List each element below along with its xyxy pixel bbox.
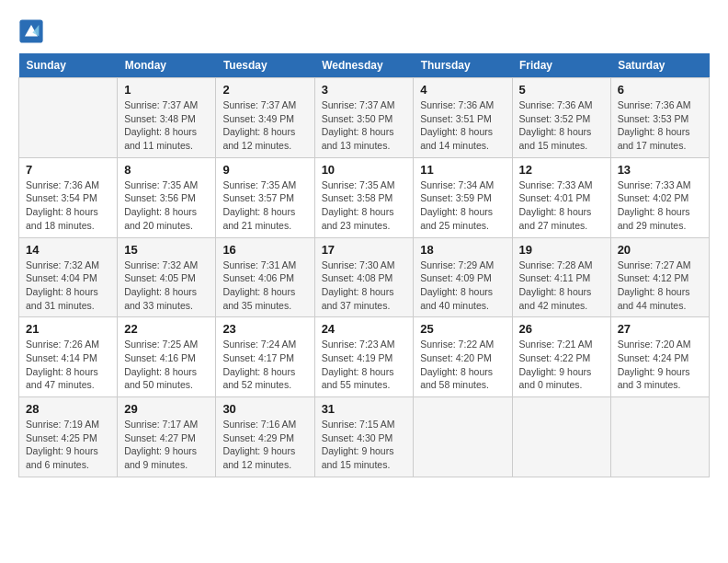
- calendar-cell: 13Sunrise: 7:33 AMSunset: 4:02 PMDayligh…: [610, 157, 709, 237]
- day-info: Sunrise: 7:22 AMSunset: 4:20 PMDaylight:…: [420, 338, 505, 392]
- page-header: [18, 18, 710, 44]
- day-info: Sunrise: 7:31 AMSunset: 4:06 PMDaylight:…: [222, 259, 307, 313]
- calendar-cell: 27Sunrise: 7:20 AMSunset: 4:24 PMDayligh…: [610, 317, 709, 397]
- calendar-cell: 12Sunrise: 7:33 AMSunset: 4:01 PMDayligh…: [512, 157, 610, 237]
- day-number: 16: [222, 243, 307, 257]
- weekday-header-cell: Friday: [512, 53, 610, 78]
- day-info: Sunrise: 7:34 AMSunset: 3:59 PMDaylight:…: [420, 178, 505, 233]
- calendar-cell: 17Sunrise: 7:30 AMSunset: 4:08 PMDayligh…: [314, 237, 414, 317]
- calendar-cell: 6Sunrise: 7:36 AMSunset: 3:53 PMDaylight…: [610, 78, 709, 158]
- calendar-cell: 1Sunrise: 7:37 AMSunset: 3:48 PMDaylight…: [118, 78, 216, 158]
- day-info: Sunrise: 7:37 AMSunset: 3:49 PMDaylight:…: [222, 98, 307, 153]
- day-number: 3: [322, 83, 407, 97]
- calendar-cell: 3Sunrise: 7:37 AMSunset: 3:50 PMDaylight…: [314, 78, 414, 158]
- weekday-header-cell: Monday: [118, 53, 216, 78]
- calendar-body: 1Sunrise: 7:37 AMSunset: 3:48 PMDaylight…: [19, 78, 710, 477]
- day-number: 31: [322, 402, 407, 416]
- day-number: 5: [519, 83, 604, 97]
- day-number: 11: [420, 163, 505, 177]
- day-number: 14: [26, 243, 110, 257]
- day-info: Sunrise: 7:35 AMSunset: 3:57 PMDaylight:…: [222, 178, 307, 233]
- day-info: Sunrise: 7:26 AMSunset: 4:14 PMDaylight:…: [26, 338, 110, 392]
- day-info: Sunrise: 7:36 AMSunset: 3:51 PMDaylight:…: [420, 98, 505, 153]
- calendar-cell: 20Sunrise: 7:27 AMSunset: 4:12 PMDayligh…: [610, 237, 709, 317]
- day-info: Sunrise: 7:16 AMSunset: 4:29 PMDaylight:…: [222, 418, 307, 472]
- day-info: Sunrise: 7:19 AMSunset: 4:25 PMDaylight:…: [26, 418, 110, 472]
- day-info: Sunrise: 7:24 AMSunset: 4:17 PMDaylight:…: [222, 338, 307, 392]
- day-info: Sunrise: 7:35 AMSunset: 3:56 PMDaylight:…: [124, 178, 209, 233]
- day-number: 15: [124, 243, 209, 257]
- calendar-cell: 18Sunrise: 7:29 AMSunset: 4:09 PMDayligh…: [414, 237, 512, 317]
- day-number: 7: [26, 163, 110, 177]
- day-number: 26: [519, 322, 604, 336]
- calendar-cell: 5Sunrise: 7:36 AMSunset: 3:52 PMDaylight…: [512, 78, 610, 158]
- calendar-cell: 19Sunrise: 7:28 AMSunset: 4:11 PMDayligh…: [512, 237, 610, 317]
- weekday-header-cell: Tuesday: [216, 53, 314, 78]
- day-number: 4: [420, 83, 505, 97]
- day-info: Sunrise: 7:33 AMSunset: 4:02 PMDaylight:…: [618, 178, 702, 233]
- day-number: 12: [519, 163, 604, 177]
- day-info: Sunrise: 7:17 AMSunset: 4:27 PMDaylight:…: [124, 418, 209, 472]
- calendar-cell: 24Sunrise: 7:23 AMSunset: 4:19 PMDayligh…: [314, 317, 414, 397]
- day-number: 10: [322, 163, 407, 177]
- day-info: Sunrise: 7:27 AMSunset: 4:12 PMDaylight:…: [618, 259, 702, 313]
- calendar-cell: 11Sunrise: 7:34 AMSunset: 3:59 PMDayligh…: [414, 157, 512, 237]
- day-info: Sunrise: 7:28 AMSunset: 4:11 PMDaylight:…: [519, 259, 604, 313]
- day-info: Sunrise: 7:36 AMSunset: 3:53 PMDaylight:…: [618, 98, 702, 153]
- calendar-cell: 31Sunrise: 7:15 AMSunset: 4:30 PMDayligh…: [314, 397, 414, 477]
- day-number: 1: [124, 83, 209, 97]
- calendar-cell: 28Sunrise: 7:19 AMSunset: 4:25 PMDayligh…: [19, 397, 118, 477]
- day-number: 23: [222, 322, 307, 336]
- calendar-cell: [512, 397, 610, 477]
- calendar-cell: 8Sunrise: 7:35 AMSunset: 3:56 PMDaylight…: [118, 157, 216, 237]
- day-info: Sunrise: 7:29 AMSunset: 4:09 PMDaylight:…: [420, 259, 505, 313]
- day-info: Sunrise: 7:25 AMSunset: 4:16 PMDaylight:…: [124, 338, 209, 392]
- calendar-cell: 26Sunrise: 7:21 AMSunset: 4:22 PMDayligh…: [512, 317, 610, 397]
- calendar-week-row: 14Sunrise: 7:32 AMSunset: 4:04 PMDayligh…: [19, 237, 710, 317]
- day-number: 30: [222, 402, 307, 416]
- logo-icon: [18, 18, 44, 44]
- day-number: 24: [322, 322, 407, 336]
- day-number: 8: [124, 163, 209, 177]
- day-number: 2: [222, 83, 307, 97]
- calendar-cell: 21Sunrise: 7:26 AMSunset: 4:14 PMDayligh…: [19, 317, 118, 397]
- day-info: Sunrise: 7:36 AMSunset: 3:54 PMDaylight:…: [26, 178, 110, 233]
- calendar-cell: 4Sunrise: 7:36 AMSunset: 3:51 PMDaylight…: [414, 78, 512, 158]
- day-number: 17: [322, 243, 407, 257]
- day-number: 21: [26, 322, 110, 336]
- day-number: 25: [420, 322, 505, 336]
- calendar-cell: 2Sunrise: 7:37 AMSunset: 3:49 PMDaylight…: [216, 78, 314, 158]
- calendar-cell: 16Sunrise: 7:31 AMSunset: 4:06 PMDayligh…: [216, 237, 314, 317]
- calendar-week-row: 21Sunrise: 7:26 AMSunset: 4:14 PMDayligh…: [19, 317, 710, 397]
- logo: [18, 18, 48, 44]
- calendar-cell: 30Sunrise: 7:16 AMSunset: 4:29 PMDayligh…: [216, 397, 314, 477]
- day-number: 13: [618, 163, 702, 177]
- calendar-cell: 14Sunrise: 7:32 AMSunset: 4:04 PMDayligh…: [19, 237, 118, 317]
- day-info: Sunrise: 7:30 AMSunset: 4:08 PMDaylight:…: [322, 259, 407, 313]
- day-info: Sunrise: 7:35 AMSunset: 3:58 PMDaylight:…: [322, 178, 407, 233]
- calendar-table: SundayMondayTuesdayWednesdayThursdayFrid…: [18, 53, 710, 477]
- weekday-header-row: SundayMondayTuesdayWednesdayThursdayFrid…: [19, 53, 710, 78]
- day-info: Sunrise: 7:36 AMSunset: 3:52 PMDaylight:…: [519, 98, 604, 153]
- calendar-cell: 9Sunrise: 7:35 AMSunset: 3:57 PMDaylight…: [216, 157, 314, 237]
- calendar-cell: 29Sunrise: 7:17 AMSunset: 4:27 PMDayligh…: [118, 397, 216, 477]
- day-number: 20: [618, 243, 702, 257]
- day-info: Sunrise: 7:37 AMSunset: 3:50 PMDaylight:…: [322, 98, 407, 153]
- calendar-cell: 15Sunrise: 7:32 AMSunset: 4:05 PMDayligh…: [118, 237, 216, 317]
- calendar-cell: [610, 397, 709, 477]
- calendar-cell: 23Sunrise: 7:24 AMSunset: 4:17 PMDayligh…: [216, 317, 314, 397]
- day-info: Sunrise: 7:33 AMSunset: 4:01 PMDaylight:…: [519, 178, 604, 233]
- day-number: 29: [124, 402, 209, 416]
- day-info: Sunrise: 7:32 AMSunset: 4:05 PMDaylight:…: [124, 259, 209, 313]
- day-info: Sunrise: 7:20 AMSunset: 4:24 PMDaylight:…: [618, 338, 702, 392]
- weekday-header-cell: Thursday: [414, 53, 512, 78]
- day-number: 22: [124, 322, 209, 336]
- day-number: 18: [420, 243, 505, 257]
- day-number: 27: [618, 322, 702, 336]
- calendar-cell: 10Sunrise: 7:35 AMSunset: 3:58 PMDayligh…: [314, 157, 414, 237]
- day-number: 9: [222, 163, 307, 177]
- calendar-cell: 7Sunrise: 7:36 AMSunset: 3:54 PMDaylight…: [19, 157, 118, 237]
- calendar-week-row: 7Sunrise: 7:36 AMSunset: 3:54 PMDaylight…: [19, 157, 710, 237]
- day-number: 19: [519, 243, 604, 257]
- day-info: Sunrise: 7:15 AMSunset: 4:30 PMDaylight:…: [322, 418, 407, 472]
